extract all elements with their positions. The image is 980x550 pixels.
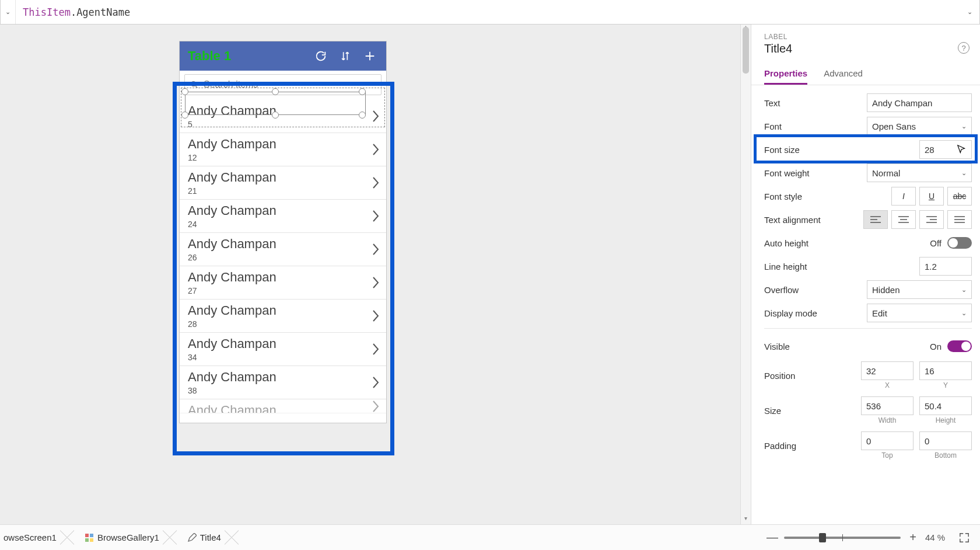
properties-header: LABEL Title4 ?: [751, 25, 980, 59]
overflow-select[interactable]: Hidden⌄: [867, 280, 972, 299]
caption-height: Height: [936, 416, 956, 424]
sort-icon[interactable]: [337, 48, 354, 64]
app-title: Table 1: [188, 48, 304, 64]
width-input[interactable]: [861, 396, 914, 415]
chevron-right-icon: [372, 309, 379, 322]
gallery-item[interactable]: Andy Champan28: [180, 300, 386, 333]
line-height-input[interactable]: [919, 257, 972, 276]
caption-top: Top: [881, 451, 892, 460]
row-display-mode: Display mode Edit⌄: [764, 301, 972, 325]
row-line-height: Line height: [764, 255, 972, 278]
label-font-style: Font style: [764, 192, 867, 201]
item-name: Andy Champan: [188, 236, 378, 252]
properties-list: Text Font Open Sans⌄ Font size Font weig…: [751, 85, 980, 474]
item-name: Andy Champan: [188, 170, 378, 185]
padding-top-input[interactable]: [861, 431, 914, 450]
font-select[interactable]: Open Sans⌄: [867, 117, 972, 135]
label-overflow: Overflow: [764, 285, 867, 295]
label-auto-height: Auto height: [764, 238, 867, 248]
refresh-icon[interactable]: [313, 48, 329, 64]
caption-x: X: [885, 381, 890, 389]
display-mode-select[interactable]: Edit⌄: [867, 304, 972, 322]
zoom-in-button[interactable]: +: [908, 531, 918, 544]
formula-expand[interactable]: ⌄: [960, 0, 979, 24]
auto-height-state: Off: [930, 238, 942, 248]
bottom-bar: owseScreen1 BrowseGallery1 Title4 — + 44…: [0, 524, 980, 550]
svg-rect-2: [90, 534, 93, 537]
canvas[interactable]: Table 1 Search items Andy Champan5Andy C…: [0, 25, 751, 524]
zoom-slider[interactable]: [784, 537, 901, 539]
item-name: Andy Champan: [188, 336, 378, 351]
chevron-right-icon: [372, 276, 379, 289]
zoom-percent: 44 %: [925, 532, 952, 542]
position-y-input[interactable]: [919, 361, 972, 380]
gallery-item[interactable]: Andy Champan27: [180, 266, 386, 300]
zoom-slider-thumb[interactable]: [819, 533, 826, 542]
item-subtitle: 27: [188, 286, 378, 295]
search-box[interactable]: Search items: [184, 74, 382, 95]
row-position: Position X Y: [764, 358, 972, 393]
align-justify-button[interactable]: [947, 210, 972, 229]
position-x-input[interactable]: [861, 361, 914, 380]
gallery-item[interactable]: Andy Champan12: [180, 133, 386, 166]
crumb-gallery[interactable]: BrowseGallery1: [67, 525, 170, 550]
fullscreen-icon[interactable]: [959, 532, 970, 543]
gallery-item[interactable]: Andy Champan34: [180, 333, 386, 366]
caption-bottom: Bottom: [935, 451, 957, 460]
underline-button[interactable]: U: [919, 187, 944, 206]
row-font-weight: Font weight Normal⌄: [764, 161, 972, 185]
control-name: Title4: [764, 42, 967, 55]
gallery-item[interactable]: Andy Champan5: [180, 100, 386, 133]
padding-bottom-input[interactable]: [919, 431, 972, 450]
italic-button[interactable]: I: [891, 187, 916, 206]
svg-rect-3: [85, 538, 89, 542]
auto-height-toggle[interactable]: [947, 237, 972, 249]
canvas-scrollbar[interactable]: ▴ ▾: [740, 25, 751, 524]
scroll-down-icon[interactable]: ▾: [741, 515, 751, 524]
tab-advanced[interactable]: Advanced: [824, 64, 863, 85]
strikethrough-button[interactable]: abc: [947, 187, 972, 206]
chevron-down-icon: ⌄: [961, 286, 967, 294]
item-subtitle: 28: [188, 319, 378, 329]
gallery-item[interactable]: Andy Champan21: [180, 166, 386, 200]
visible-toggle[interactable]: [947, 340, 972, 352]
label-text: Text: [764, 98, 867, 108]
chevron-down-icon: ⌄: [961, 169, 967, 177]
gallery-item[interactable]: Andy Champan: [180, 399, 386, 413]
tab-properties[interactable]: Properties: [764, 64, 807, 85]
align-center-button[interactable]: [891, 210, 916, 229]
align-right-button[interactable]: [919, 210, 944, 229]
row-size: Size Width Height: [764, 393, 972, 428]
chevron-down-icon: ⌄: [961, 123, 967, 130]
item-name: Andy Champan: [188, 203, 378, 218]
scrollbar-thumb[interactable]: [743, 27, 749, 74]
svg-point-0: [191, 82, 196, 86]
formula-text[interactable]: ThisItem.AgentName: [16, 6, 960, 18]
zoom-out-button[interactable]: —: [766, 531, 777, 544]
search-placeholder: Search items: [204, 79, 258, 90]
workspace: Table 1 Search items Andy Champan5Andy C…: [0, 25, 980, 524]
crumb-screen[interactable]: owseScreen1: [0, 525, 67, 550]
breadcrumbs: owseScreen1 BrowseGallery1 Title4: [0, 525, 232, 550]
gallery-item[interactable]: Andy Champan24: [180, 200, 386, 233]
gallery-item[interactable]: Andy Champan26: [180, 233, 386, 266]
item-name: Andy Champan: [188, 270, 378, 285]
caption-width: Width: [878, 416, 897, 424]
font-weight-select[interactable]: Normal⌄: [867, 163, 972, 182]
item-name: Andy Champan: [188, 403, 378, 413]
crumb-label[interactable]: Title4: [170, 525, 232, 550]
gallery-item[interactable]: Andy Champan38: [180, 366, 386, 399]
item-subtitle: 26: [188, 253, 378, 262]
help-icon[interactable]: ?: [958, 42, 970, 54]
visible-state: On: [930, 342, 942, 351]
chevron-right-icon: [372, 143, 379, 156]
add-icon[interactable]: [362, 48, 378, 64]
label-position: Position: [764, 371, 855, 381]
formula-object: ThisItem: [23, 6, 71, 18]
text-input[interactable]: [867, 93, 972, 112]
formula-dropdown[interactable]: ⌄: [1, 0, 16, 24]
font-size-input[interactable]: [919, 140, 972, 159]
align-left-button[interactable]: [863, 210, 888, 229]
height-input[interactable]: [919, 396, 972, 415]
label-line-height: Line height: [764, 262, 867, 271]
